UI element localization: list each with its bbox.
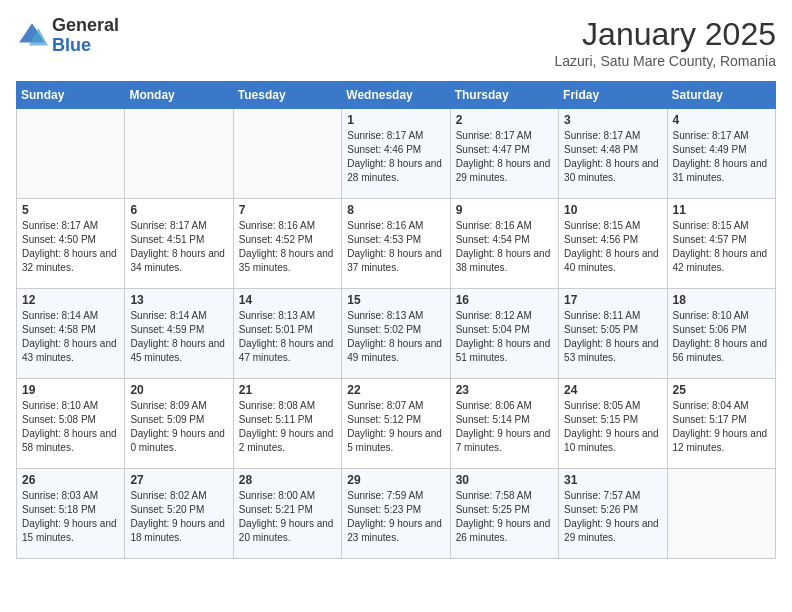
logo-icon xyxy=(16,20,48,52)
day-number: 22 xyxy=(347,383,444,397)
day-number: 10 xyxy=(564,203,661,217)
day-number: 5 xyxy=(22,203,119,217)
day-info: Sunrise: 8:15 AMSunset: 4:56 PMDaylight:… xyxy=(564,219,661,275)
title-block: January 2025 Lazuri, Satu Mare County, R… xyxy=(554,16,776,69)
day-cell: 6Sunrise: 8:17 AMSunset: 4:51 PMDaylight… xyxy=(125,199,233,289)
day-info: Sunrise: 8:09 AMSunset: 5:09 PMDaylight:… xyxy=(130,399,227,455)
header-saturday: Saturday xyxy=(667,82,775,109)
day-number: 9 xyxy=(456,203,553,217)
day-cell xyxy=(233,109,341,199)
week-row-1: 1Sunrise: 8:17 AMSunset: 4:46 PMDaylight… xyxy=(17,109,776,199)
page-header: General Blue January 2025 Lazuri, Satu M… xyxy=(16,16,776,69)
day-cell xyxy=(17,109,125,199)
day-info: Sunrise: 8:00 AMSunset: 5:21 PMDaylight:… xyxy=(239,489,336,545)
day-number: 30 xyxy=(456,473,553,487)
day-number: 29 xyxy=(347,473,444,487)
day-info: Sunrise: 8:13 AMSunset: 5:01 PMDaylight:… xyxy=(239,309,336,365)
day-info: Sunrise: 8:17 AMSunset: 4:48 PMDaylight:… xyxy=(564,129,661,185)
day-cell: 1Sunrise: 8:17 AMSunset: 4:46 PMDaylight… xyxy=(342,109,450,199)
day-number: 19 xyxy=(22,383,119,397)
day-info: Sunrise: 8:03 AMSunset: 5:18 PMDaylight:… xyxy=(22,489,119,545)
week-row-4: 19Sunrise: 8:10 AMSunset: 5:08 PMDayligh… xyxy=(17,379,776,469)
day-number: 11 xyxy=(673,203,770,217)
day-info: Sunrise: 7:59 AMSunset: 5:23 PMDaylight:… xyxy=(347,489,444,545)
day-info: Sunrise: 7:57 AMSunset: 5:26 PMDaylight:… xyxy=(564,489,661,545)
day-cell: 25Sunrise: 8:04 AMSunset: 5:17 PMDayligh… xyxy=(667,379,775,469)
day-cell xyxy=(667,469,775,559)
day-number: 12 xyxy=(22,293,119,307)
day-cell: 23Sunrise: 8:06 AMSunset: 5:14 PMDayligh… xyxy=(450,379,558,469)
day-number: 13 xyxy=(130,293,227,307)
day-number: 4 xyxy=(673,113,770,127)
day-cell: 13Sunrise: 8:14 AMSunset: 4:59 PMDayligh… xyxy=(125,289,233,379)
day-info: Sunrise: 8:17 AMSunset: 4:50 PMDaylight:… xyxy=(22,219,119,275)
header-monday: Monday xyxy=(125,82,233,109)
location: Lazuri, Satu Mare County, Romania xyxy=(554,53,776,69)
day-info: Sunrise: 8:13 AMSunset: 5:02 PMDaylight:… xyxy=(347,309,444,365)
week-row-3: 12Sunrise: 8:14 AMSunset: 4:58 PMDayligh… xyxy=(17,289,776,379)
day-cell: 11Sunrise: 8:15 AMSunset: 4:57 PMDayligh… xyxy=(667,199,775,289)
day-cell: 7Sunrise: 8:16 AMSunset: 4:52 PMDaylight… xyxy=(233,199,341,289)
day-number: 16 xyxy=(456,293,553,307)
header-sunday: Sunday xyxy=(17,82,125,109)
day-cell: 10Sunrise: 8:15 AMSunset: 4:56 PMDayligh… xyxy=(559,199,667,289)
day-cell: 15Sunrise: 8:13 AMSunset: 5:02 PMDayligh… xyxy=(342,289,450,379)
day-info: Sunrise: 8:11 AMSunset: 5:05 PMDaylight:… xyxy=(564,309,661,365)
calendar-table: Sunday Monday Tuesday Wednesday Thursday… xyxy=(16,81,776,559)
logo-general: General xyxy=(52,15,119,35)
day-info: Sunrise: 8:16 AMSunset: 4:53 PMDaylight:… xyxy=(347,219,444,275)
week-row-5: 26Sunrise: 8:03 AMSunset: 5:18 PMDayligh… xyxy=(17,469,776,559)
day-number: 25 xyxy=(673,383,770,397)
day-info: Sunrise: 8:04 AMSunset: 5:17 PMDaylight:… xyxy=(673,399,770,455)
day-info: Sunrise: 8:14 AMSunset: 4:58 PMDaylight:… xyxy=(22,309,119,365)
day-info: Sunrise: 7:58 AMSunset: 5:25 PMDaylight:… xyxy=(456,489,553,545)
day-info: Sunrise: 8:16 AMSunset: 4:52 PMDaylight:… xyxy=(239,219,336,275)
day-number: 23 xyxy=(456,383,553,397)
day-cell xyxy=(125,109,233,199)
day-info: Sunrise: 8:17 AMSunset: 4:49 PMDaylight:… xyxy=(673,129,770,185)
day-info: Sunrise: 8:17 AMSunset: 4:46 PMDaylight:… xyxy=(347,129,444,185)
day-number: 31 xyxy=(564,473,661,487)
day-cell: 4Sunrise: 8:17 AMSunset: 4:49 PMDaylight… xyxy=(667,109,775,199)
day-cell: 22Sunrise: 8:07 AMSunset: 5:12 PMDayligh… xyxy=(342,379,450,469)
day-info: Sunrise: 8:08 AMSunset: 5:11 PMDaylight:… xyxy=(239,399,336,455)
header-tuesday: Tuesday xyxy=(233,82,341,109)
day-number: 26 xyxy=(22,473,119,487)
day-info: Sunrise: 8:10 AMSunset: 5:08 PMDaylight:… xyxy=(22,399,119,455)
day-number: 18 xyxy=(673,293,770,307)
day-number: 8 xyxy=(347,203,444,217)
day-cell: 24Sunrise: 8:05 AMSunset: 5:15 PMDayligh… xyxy=(559,379,667,469)
day-number: 6 xyxy=(130,203,227,217)
header-wednesday: Wednesday xyxy=(342,82,450,109)
day-cell: 14Sunrise: 8:13 AMSunset: 5:01 PMDayligh… xyxy=(233,289,341,379)
day-cell: 19Sunrise: 8:10 AMSunset: 5:08 PMDayligh… xyxy=(17,379,125,469)
day-cell: 28Sunrise: 8:00 AMSunset: 5:21 PMDayligh… xyxy=(233,469,341,559)
day-info: Sunrise: 8:15 AMSunset: 4:57 PMDaylight:… xyxy=(673,219,770,275)
day-cell: 2Sunrise: 8:17 AMSunset: 4:47 PMDaylight… xyxy=(450,109,558,199)
logo: General Blue xyxy=(16,16,119,56)
day-number: 15 xyxy=(347,293,444,307)
day-number: 27 xyxy=(130,473,227,487)
day-number: 21 xyxy=(239,383,336,397)
day-cell: 8Sunrise: 8:16 AMSunset: 4:53 PMDaylight… xyxy=(342,199,450,289)
day-cell: 5Sunrise: 8:17 AMSunset: 4:50 PMDaylight… xyxy=(17,199,125,289)
day-info: Sunrise: 8:16 AMSunset: 4:54 PMDaylight:… xyxy=(456,219,553,275)
day-info: Sunrise: 8:06 AMSunset: 5:14 PMDaylight:… xyxy=(456,399,553,455)
day-cell: 27Sunrise: 8:02 AMSunset: 5:20 PMDayligh… xyxy=(125,469,233,559)
header-row: Sunday Monday Tuesday Wednesday Thursday… xyxy=(17,82,776,109)
day-info: Sunrise: 8:07 AMSunset: 5:12 PMDaylight:… xyxy=(347,399,444,455)
day-cell: 18Sunrise: 8:10 AMSunset: 5:06 PMDayligh… xyxy=(667,289,775,379)
day-cell: 30Sunrise: 7:58 AMSunset: 5:25 PMDayligh… xyxy=(450,469,558,559)
day-info: Sunrise: 8:17 AMSunset: 4:51 PMDaylight:… xyxy=(130,219,227,275)
day-cell: 16Sunrise: 8:12 AMSunset: 5:04 PMDayligh… xyxy=(450,289,558,379)
day-cell: 3Sunrise: 8:17 AMSunset: 4:48 PMDaylight… xyxy=(559,109,667,199)
day-cell: 31Sunrise: 7:57 AMSunset: 5:26 PMDayligh… xyxy=(559,469,667,559)
day-number: 14 xyxy=(239,293,336,307)
day-info: Sunrise: 8:10 AMSunset: 5:06 PMDaylight:… xyxy=(673,309,770,365)
logo-text: General Blue xyxy=(52,16,119,56)
day-info: Sunrise: 8:12 AMSunset: 5:04 PMDaylight:… xyxy=(456,309,553,365)
day-cell: 17Sunrise: 8:11 AMSunset: 5:05 PMDayligh… xyxy=(559,289,667,379)
day-cell: 20Sunrise: 8:09 AMSunset: 5:09 PMDayligh… xyxy=(125,379,233,469)
day-number: 24 xyxy=(564,383,661,397)
day-number: 17 xyxy=(564,293,661,307)
